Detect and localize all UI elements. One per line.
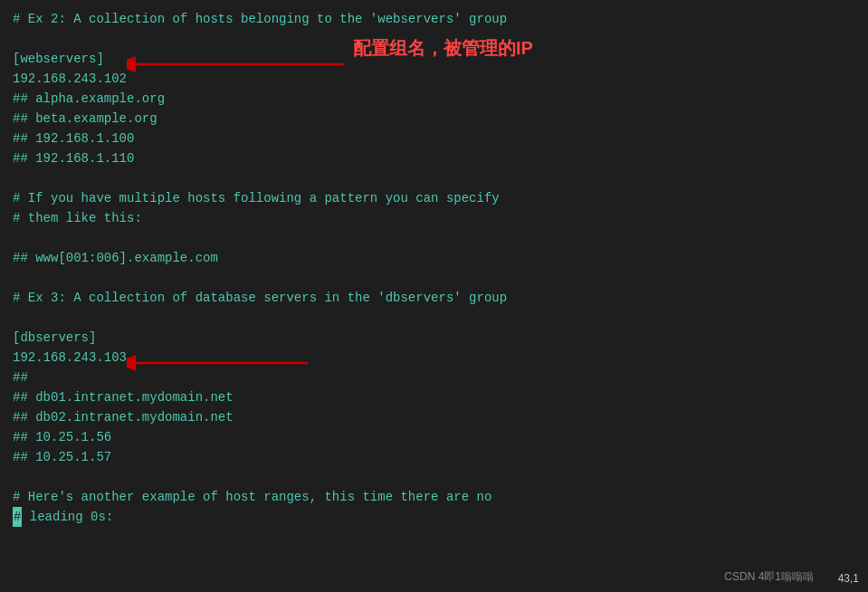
line-11-text: # them like this: (13, 208, 142, 228)
hash-green-icon: # (13, 507, 22, 527)
line-4-text: 192.168.243.102 (13, 69, 127, 89)
line-10-text: # If you have multiple hosts following a… (13, 188, 500, 208)
line-3-text: [webservers] (13, 49, 104, 69)
line-17: [dbservers] (13, 328, 855, 348)
line-15-text: # Ex 3: A collection of database servers… (13, 288, 507, 308)
line-8: ## 192.168.1.110 (13, 148, 855, 168)
line-13: ## www[001:006].example.com (13, 248, 855, 268)
line-7: ## 192.168.1.100 (13, 129, 855, 148)
line-number-indicator: 43,1 (838, 568, 859, 588)
line-17-text: [dbservers] (13, 328, 96, 348)
line-9 (13, 168, 855, 188)
line-18-text: 192.168.243.103 (13, 348, 127, 368)
line-6-text: ## beta.example.org (13, 109, 157, 129)
line-23-text: ## 10.25.1.57 (13, 447, 111, 467)
line-23: ## 10.25.1.57 (13, 447, 855, 467)
line-16 (13, 308, 855, 328)
line-25: # Here's another example of host ranges,… (13, 487, 855, 507)
line-10: # If you have multiple hosts following a… (13, 188, 855, 208)
line-19-text: ## (13, 368, 28, 387)
line-1: # Ex 2: A collection of hosts belonging … (13, 9, 855, 29)
line-26: # leading 0s: (13, 507, 855, 527)
watermark: CSDN 4即1嗡嗡嗡 (724, 567, 814, 587)
line-25-text: # Here's another example of host ranges,… (13, 487, 491, 507)
line-21: ## db02.intranet.mydomain.net (13, 407, 855, 427)
editor-area: # Ex 2: A collection of hosts belonging … (0, 0, 868, 592)
line-13-text: ## www[001:006].example.com (13, 248, 218, 268)
line-22-text: ## 10.25.1.56 (13, 427, 111, 447)
line-14 (13, 268, 855, 288)
line-21-text: ## db02.intranet.mydomain.net (13, 407, 234, 427)
line-8-text: ## 192.168.1.110 (13, 148, 134, 168)
line-4: 192.168.243.102 (13, 69, 855, 89)
line-19: ## (13, 368, 855, 387)
line-26-text: leading 0s: (22, 507, 113, 527)
line-20: ## db01.intranet.mydomain.net (13, 387, 855, 407)
line-1-text: # Ex 2: A collection of hosts belonging … (13, 9, 507, 29)
line-22: ## 10.25.1.56 (13, 427, 855, 447)
line-24 (13, 467, 855, 487)
line-18: 192.168.243.103 (13, 348, 855, 368)
line-20-text: ## db01.intranet.mydomain.net (13, 387, 234, 407)
line-12 (13, 228, 855, 248)
line-15: # Ex 3: A collection of database servers… (13, 288, 855, 308)
line-5: ## alpha.example.org (13, 89, 855, 109)
chinese-annotation: 配置组名，被管理的IP (353, 38, 533, 58)
line-5-text: ## alpha.example.org (13, 89, 165, 109)
line-6: ## beta.example.org (13, 109, 855, 129)
line-11: # them like this: (13, 208, 855, 228)
line-7-text: ## 192.168.1.100 (13, 129, 134, 148)
